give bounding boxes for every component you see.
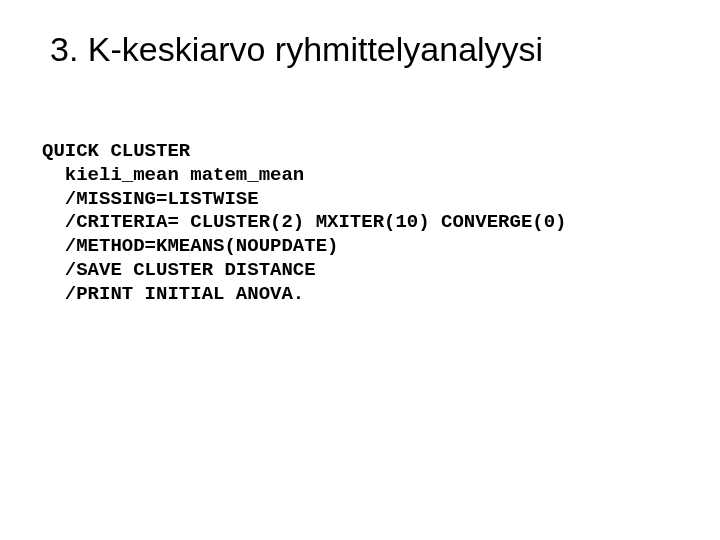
slide-title: 3. K-keskiarvo ryhmittelyanalyysi	[50, 30, 680, 69]
syntax-code-block: QUICK CLUSTER kieli_mean matem_mean /MIS…	[42, 140, 567, 306]
slide: 3. K-keskiarvo ryhmittelyanalyysi QUICK …	[0, 0, 720, 540]
